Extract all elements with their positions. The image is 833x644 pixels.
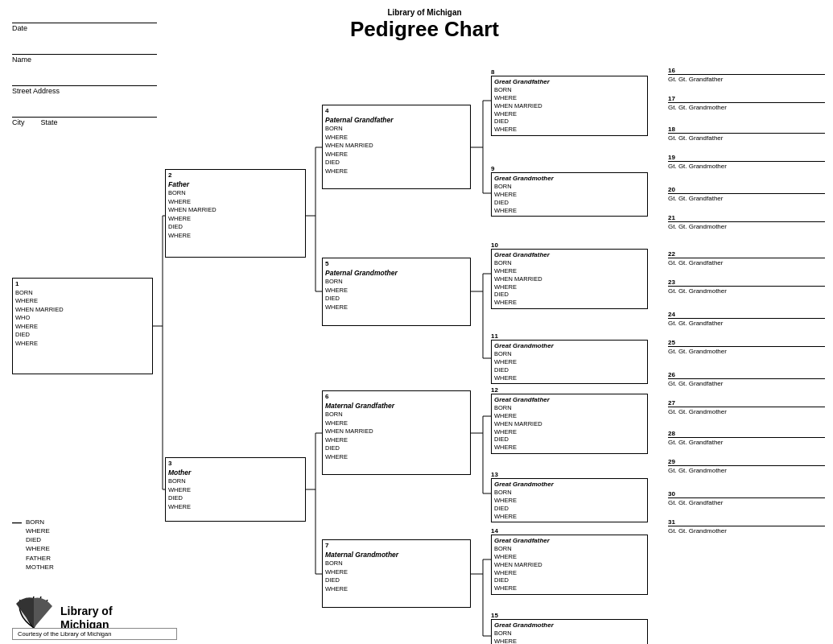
library-icon bbox=[12, 592, 56, 632]
gg-27: 27 Gt. Gt. Grandmother bbox=[668, 399, 825, 415]
anc-9-label: Great Grandmother bbox=[494, 175, 645, 183]
anc-11-label: Great Grandmother bbox=[494, 342, 645, 350]
person-4-num: 4 bbox=[325, 107, 468, 116]
person-6-name: Maternal Grandfather bbox=[325, 402, 468, 411]
anc-15-label: Great Grandmother bbox=[494, 621, 645, 630]
person-2-box: 2 Father BORNWHEREWHEN MARRIEDWHEREDIEDW… bbox=[165, 169, 306, 258]
gg-24-label: Gt. Gt. Grandfather bbox=[668, 320, 825, 327]
person-5-fields: BORNWHEREDIEDWHERE bbox=[325, 278, 468, 312]
ancestor-13: 13 Great Grandmother BORNWHEREDIEDWHERE bbox=[491, 471, 648, 522]
ancestor-10: 10 Great Grandfather BORNWHEREWHEN MARRI… bbox=[491, 242, 648, 309]
gg-26: 26 Gt. Gt. Grandfather bbox=[668, 371, 825, 387]
gg-18: 18 Gt. Gt. Grandfather bbox=[668, 126, 825, 142]
person-6-box: 6 Maternal Grandfather BORNWHEREWHEN MAR… bbox=[322, 390, 471, 475]
gg-29-label: Gt. Gt. Grandmother bbox=[668, 467, 825, 474]
person-3-num: 3 bbox=[168, 460, 303, 469]
person-4-fields: BORNWHEREWHEN MARRIEDWHEREDIEDWHERE bbox=[325, 125, 468, 175]
page: Library of Michigan Pedigree Chart Date … bbox=[0, 0, 833, 644]
header-subtitle: Library of Michigan bbox=[185, 8, 664, 17]
gg-26-label: Gt. Gt. Grandfather bbox=[668, 380, 825, 387]
person-7-box: 7 Maternal Grandmother BORNWHEREDIEDWHER… bbox=[322, 539, 471, 608]
header-title: Pedigree Chart bbox=[185, 17, 664, 42]
person-2-fields: BORNWHEREWHEN MARRIEDWHEREDIEDWHERE bbox=[168, 189, 303, 240]
gg-31-label: Gt. Gt. Grandmother bbox=[668, 527, 825, 535]
gg-17: 17 Gt. Gt. Grandmother bbox=[668, 95, 825, 111]
gg-28-label: Gt. Gt. Grandfather bbox=[668, 439, 825, 446]
gg-20: 20 Gt. Gt. Grandfather bbox=[668, 186, 825, 202]
anc-8-label: Great Grandfather bbox=[494, 78, 645, 86]
person-5-box: 5 Paternal Grandmother BORNWHEREDIEDWHER… bbox=[322, 258, 471, 326]
person-5-name: Paternal Grandmother bbox=[325, 269, 468, 278]
ancestor-8: 8 Great Grandfather BORNWHEREWHEN MARRIE… bbox=[491, 68, 648, 136]
ancestor-14: 14 Great Grandfather BORNWHEREWHEN MARRI… bbox=[491, 527, 648, 595]
gg-19-label: Gt. Gt. Grandmother bbox=[668, 163, 825, 170]
gg-24: 24 Gt. Gt. Grandfather bbox=[668, 311, 825, 327]
person-7-name: Maternal Grandmother bbox=[325, 551, 468, 559]
gg-22: 22 Gt. Gt. Grandfather bbox=[668, 250, 825, 266]
person-1-box: 1 BORNWHEREWHEN MARRIEDWHOWHEREDIEDWHERE bbox=[12, 278, 153, 374]
person-2-num: 2 bbox=[168, 171, 303, 180]
gg-30: 30 Gt. Gt. Grandfather bbox=[668, 490, 825, 506]
person-3-name: Mother bbox=[168, 469, 303, 477]
person-7-fields: BORNWHEREDIEDWHERE bbox=[325, 559, 468, 593]
gg-21-label: Gt. Gt. Grandmother bbox=[668, 223, 825, 230]
gg-31: 31 Gt. Gt. Grandmother bbox=[668, 518, 825, 535]
anc-12-label: Great Grandfather bbox=[494, 396, 645, 404]
gg-27-label: Gt. Gt. Grandmother bbox=[668, 408, 825, 415]
gg-20-label: Gt. Gt. Grandfather bbox=[668, 195, 825, 202]
gg-16: 16 Gt. Gt. Grandfather bbox=[668, 67, 825, 83]
courtesy-footer: Courtesy of the Library of Michigan bbox=[12, 628, 177, 640]
anc-14-label: Great Grandfather bbox=[494, 537, 645, 545]
gg-29: 29 Gt. Gt. Grandmother bbox=[668, 458, 825, 474]
person-7-num: 7 bbox=[325, 542, 468, 551]
gg-28: 28 Gt. Gt. Grandfather bbox=[668, 430, 825, 446]
gg-22-label: Gt. Gt. Grandfather bbox=[668, 259, 825, 266]
date-field: Date bbox=[12, 12, 189, 32]
anc-10-label: Great Grandfather bbox=[494, 251, 645, 259]
ancestor-11: 11 Great Grandmother BORNWHEREDIEDWHERE bbox=[491, 332, 648, 384]
person-4-name: Paternal Grandfather bbox=[325, 116, 468, 125]
ancestor-15: 15 Great Grandmother BORNWHEREDIEDWHERE bbox=[491, 612, 648, 644]
person-6-num: 6 bbox=[325, 393, 468, 402]
gg-23: 23 Gt. Gt. Grandmother bbox=[668, 279, 825, 295]
ancestor-9: 9 Great Grandmother BORNWHEREDIEDWHERE bbox=[491, 165, 648, 217]
person-4-box: 4 Paternal Grandfather BORNWHEREWHEN MAR… bbox=[322, 105, 471, 189]
gg-18-label: Gt. Gt. Grandfather bbox=[668, 134, 825, 142]
person-5-num: 5 bbox=[325, 260, 468, 269]
person-6-fields: BORNWHEREWHEN MARRIEDWHEREDIEDWHERE bbox=[325, 411, 468, 461]
legend: — BORNWHEREDIEDWHEREFATHERMOTHER bbox=[12, 518, 54, 572]
person-2-name: Father bbox=[168, 180, 303, 189]
person-1-num: 1 bbox=[15, 280, 150, 289]
gg-30-label: Gt. Gt. Grandfather bbox=[668, 499, 825, 506]
pedigree-area: 1 BORNWHEREWHEN MARRIEDWHOWHEREDIEDWHERE… bbox=[8, 44, 829, 564]
gg-19: 19 Gt. Gt. Grandmother bbox=[668, 154, 825, 170]
gg-25-label: Gt. Gt. Grandmother bbox=[668, 348, 825, 355]
gg-16-label: Gt. Gt. Grandfather bbox=[668, 76, 825, 83]
person-3-box: 3 Mother BORNWHEREDIEDWHERE bbox=[165, 457, 306, 522]
date-label: Date bbox=[12, 24, 189, 32]
logo-area: Library of Michigan bbox=[12, 592, 165, 632]
gg-17-label: Gt. Gt. Grandmother bbox=[668, 104, 825, 111]
gg-21: 21 Gt. Gt. Grandmother bbox=[668, 214, 825, 230]
gg-23-label: Gt. Gt. Grandmother bbox=[668, 287, 825, 295]
person-1-fields: BORNWHEREWHEN MARRIEDWHOWHEREDIEDWHERE bbox=[15, 289, 150, 349]
logo-text-1: Library of bbox=[60, 605, 113, 618]
courtesy-text: Courtesy of the Library of Michigan bbox=[18, 630, 111, 638]
gg-ancestor-16-17-group: 16 Gt. Gt. Grandfather 17 Gt. Gt. Grandm… bbox=[668, 67, 825, 535]
anc-13-label: Great Grandmother bbox=[494, 481, 645, 489]
gg-25: 25 Gt. Gt. Grandmother bbox=[668, 339, 825, 355]
ancestor-12: 12 Great Grandfather BORNWHEREWHEN MARRI… bbox=[491, 386, 648, 454]
header: Library of Michigan Pedigree Chart bbox=[185, 8, 664, 42]
person-3-fields: BORNWHEREDIEDWHERE bbox=[168, 477, 303, 511]
